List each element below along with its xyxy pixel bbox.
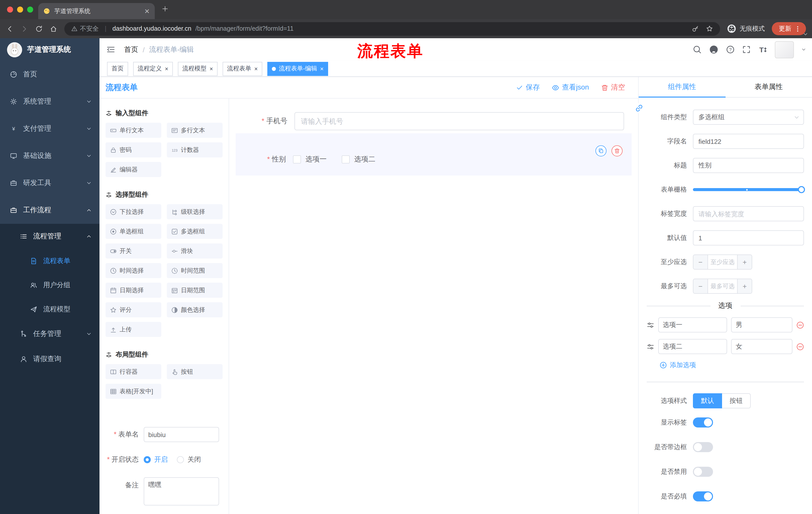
palette-item-time-range[interactable]: 时间范围 — [167, 263, 223, 278]
tag-close-icon[interactable]: × — [320, 65, 324, 72]
toolbar-overflow-chevron[interactable] — [803, 32, 808, 37]
sidebar-item-infrastructure[interactable]: 基础设施 — [0, 142, 99, 169]
avatar-caret-icon[interactable] — [802, 47, 806, 52]
stepper-decrease-button[interactable]: − — [693, 279, 708, 293]
field-phone[interactable]: 手机号 — [229, 112, 638, 130]
tag-close-icon[interactable]: × — [209, 65, 213, 72]
toggle-required[interactable] — [693, 491, 713, 502]
sidebar-collapse-button[interactable] — [107, 45, 115, 54]
tab-component-props[interactable]: 组件属性 — [639, 77, 725, 97]
browser-menu-icon[interactable] — [794, 25, 801, 32]
palette-item-time-picker[interactable]: 时间选择 — [106, 263, 161, 278]
fullscreen-icon[interactable] — [742, 45, 751, 54]
url-bar[interactable]: 不安全 | dashboard.yudao.iocoder.cn /bpm/ma… — [64, 22, 720, 35]
breadcrumb-root[interactable]: 首页 — [124, 45, 138, 54]
palette-item-date-range[interactable]: 日期范围 — [167, 283, 223, 298]
min-select-value[interactable]: 至少应选 — [708, 255, 737, 269]
stepper-increase-button[interactable]: + — [737, 255, 752, 269]
chevron-down-icon[interactable] — [86, 181, 91, 186]
label-width-input[interactable] — [693, 206, 804, 221]
grid-slider[interactable] — [693, 182, 804, 197]
minimize-window-button[interactable] — [17, 6, 23, 12]
form-remark-textarea[interactable]: 嘿嘿 — [144, 477, 219, 506]
palette-item-checkbox-group[interactable]: 多选框组 — [167, 224, 223, 239]
palette-item-radio-group[interactable]: 单选框组 — [106, 224, 161, 239]
radio-enabled[interactable]: 开启 — [144, 455, 168, 464]
clear-button[interactable]: 清空 — [601, 83, 625, 92]
maximize-window-button[interactable] — [27, 6, 33, 12]
option-drag-icon[interactable] — [647, 321, 654, 329]
chevron-down-icon[interactable] — [86, 126, 91, 131]
browser-tab[interactable]: 芋道管理系统 ✕ — [38, 3, 155, 19]
github-icon[interactable] — [709, 45, 719, 54]
key-icon[interactable] — [692, 25, 699, 32]
component-type-select[interactable]: 多选框组 — [693, 110, 804, 125]
remove-option-button[interactable] — [796, 343, 804, 350]
stepper-decrease-button[interactable]: − — [693, 255, 708, 269]
sidebar-item-process-model[interactable]: 流程模型 — [0, 297, 99, 321]
chevron-down-icon[interactable] — [86, 331, 91, 336]
style-button-button[interactable]: 按钮 — [722, 393, 751, 408]
sidebar-item-process-form[interactable]: 流程表单 — [0, 249, 99, 273]
new-tab-button[interactable] — [162, 5, 168, 12]
tab-form-props[interactable]: 表单属性 — [725, 77, 812, 97]
copy-field-button[interactable] — [596, 145, 607, 156]
page-tag-process-form-edit[interactable]: 流程表单-编辑× — [267, 62, 328, 76]
option-label-input[interactable] — [658, 317, 727, 332]
palette-item-password[interactable]: 密码 — [106, 142, 161, 157]
sidebar-item-home[interactable]: 首页 — [0, 61, 99, 88]
tab-close-icon[interactable]: ✕ — [144, 7, 150, 15]
palette-item-upload[interactable]: 上传 — [106, 322, 161, 337]
palette-item-rate[interactable]: 评分 — [106, 302, 161, 317]
palette-item-row-container[interactable]: 行容器 — [106, 364, 161, 379]
palette-item-counter[interactable]: 123计数器 — [167, 142, 223, 157]
sidebar-item-workflow[interactable]: 工作流程 — [0, 197, 99, 224]
sidebar-item-process-mgmt[interactable]: 流程管理 — [0, 224, 99, 249]
sidebar-item-system-mgmt[interactable]: 系统管理 — [0, 88, 99, 115]
forward-icon[interactable] — [21, 25, 28, 32]
chevron-down-icon[interactable] — [86, 154, 91, 158]
page-tag-process-model[interactable]: 流程模型× — [178, 62, 218, 76]
view-json-button[interactable]: 查看json — [552, 83, 589, 92]
chevron-down-icon[interactable] — [86, 99, 91, 104]
reload-icon[interactable] — [35, 25, 43, 32]
bookmark-star-icon[interactable] — [706, 25, 713, 32]
chevron-up-icon[interactable] — [86, 234, 91, 239]
sidebar-item-user-group[interactable]: 用户分组 — [0, 273, 99, 297]
palette-item-switch[interactable]: 开关 — [106, 243, 161, 259]
option-label-input[interactable] — [658, 339, 727, 354]
page-tag-home[interactable]: 首页 — [107, 62, 128, 76]
field-name-input[interactable] — [693, 134, 804, 149]
radio-disabled[interactable]: 关闭 — [177, 455, 201, 464]
chevron-up-icon[interactable] — [86, 208, 91, 213]
palette-item-date-picker[interactable]: 日期选择 — [106, 283, 161, 298]
toggle-show-label[interactable] — [693, 417, 713, 428]
help-icon[interactable]: ? — [726, 45, 735, 54]
sidebar-item-dev-tools[interactable]: 研发工具 — [0, 169, 99, 197]
tag-close-icon[interactable]: × — [165, 65, 168, 72]
default-value-input[interactable] — [693, 231, 804, 245]
palette-item-multi-line-text[interactable]: 多行文本 — [167, 123, 223, 138]
tag-close-icon[interactable]: × — [254, 65, 258, 72]
page-tag-process-form[interactable]: 流程表单× — [223, 62, 262, 76]
save-button[interactable]: 保存 — [516, 83, 540, 92]
palette-item-color-picker[interactable]: 颜色选择 — [167, 302, 223, 317]
search-icon[interactable] — [693, 45, 701, 54]
max-select-value[interactable]: 最多可选 — [708, 279, 737, 293]
link-badge[interactable] — [634, 103, 644, 113]
palette-item-editor[interactable]: 编辑器 — [106, 162, 161, 177]
home-icon[interactable] — [50, 25, 57, 32]
field-gender-selected[interactable]: 性别 选项一 选项二 — [236, 133, 632, 175]
option-value-input[interactable] — [731, 339, 792, 354]
palette-item-single-line-text[interactable]: 单行文本 — [106, 123, 161, 138]
checkbox-option-1[interactable]: 选项一 — [293, 155, 327, 164]
style-default-button[interactable]: 默认 — [693, 393, 722, 408]
field-phone-input[interactable] — [294, 112, 624, 130]
add-option-button[interactable]: 添加选项 — [660, 360, 804, 370]
title-input[interactable] — [693, 158, 804, 173]
palette-item-cascader[interactable]: 级联选择 — [167, 204, 223, 219]
sidebar-item-payment-mgmt[interactable]: ¥支付管理 — [0, 115, 99, 142]
toggle-disabled[interactable] — [693, 467, 713, 477]
form-name-input[interactable] — [144, 427, 219, 442]
sidebar-item-task-mgmt[interactable]: 任务管理 — [0, 321, 99, 347]
